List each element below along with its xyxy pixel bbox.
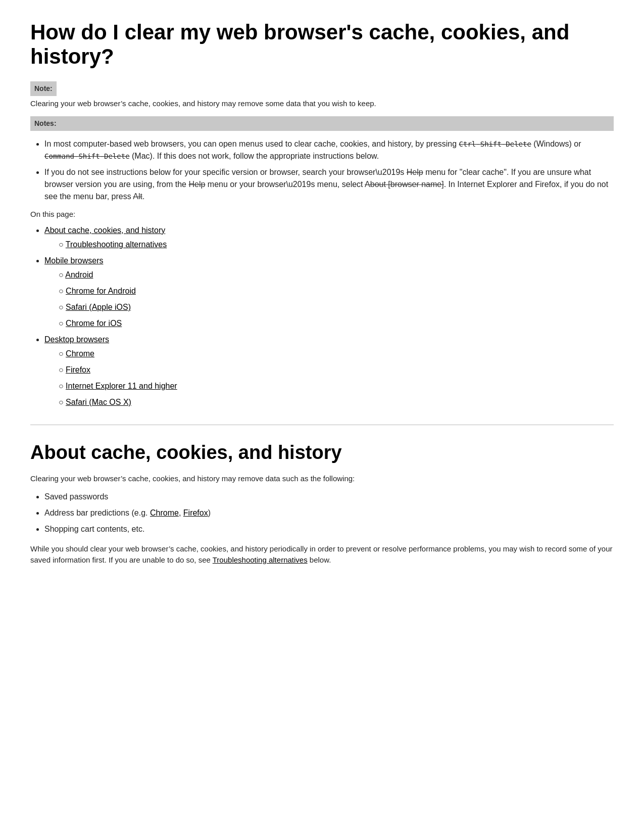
toc-subitem-2-2: Chrome for Android xyxy=(59,285,614,297)
bullet1-text-post: (Mac). If this does not work, follow the… xyxy=(130,152,379,160)
about-link[interactable]: About [browser name] xyxy=(365,180,444,189)
section2-chrome-link[interactable]: Chrome xyxy=(150,508,179,517)
toc-link-firefox[interactable]: Firefox xyxy=(66,365,90,374)
section2-intro: Clearing your web browser’s cache, cooki… xyxy=(30,473,614,485)
section2-bullet2-post: ) xyxy=(208,508,211,517)
note-section: Note: Clearing your web browser’s cache,… xyxy=(30,81,614,110)
notes-label: Notes: xyxy=(30,116,614,131)
page-container: How do I clear my web browser's cache, c… xyxy=(30,20,614,566)
section2-list: Saved passwords Address bar predictions … xyxy=(44,491,614,535)
intro-list: In most computer-based web browsers, you… xyxy=(44,138,614,203)
toc-subitem-2-1: Android xyxy=(59,269,614,281)
toc-link-about[interactable]: About cache, cookies, and history xyxy=(44,226,165,235)
section2-item-2: Address bar predictions (e.g. Chrome, Fi… xyxy=(44,507,614,519)
toc-link-mobile[interactable]: Mobile browsers xyxy=(44,256,103,265)
help-link-2[interactable]: Help xyxy=(188,180,205,189)
toc-list: About cache, cookies, and history Troubl… xyxy=(44,224,614,408)
toc-link-safari-ios[interactable]: Safari (Apple iOS) xyxy=(66,303,131,311)
bullet2-text-3: menu or your browser\u2019s menu, select xyxy=(205,180,365,189)
section2-firefox-link[interactable]: Firefox xyxy=(183,508,208,517)
toc-item-3: Desktop browsers Chrome Firefox Internet… xyxy=(44,334,614,408)
intro-list-item-2: If you do not see instructions below for… xyxy=(44,166,614,203)
section2-para-end: below. xyxy=(308,555,331,564)
toc-link-ie[interactable]: Internet Explorer 11 and higher xyxy=(66,382,177,390)
section2-para: While you should clear your web browser’… xyxy=(30,543,614,566)
toc-link-android[interactable]: Android xyxy=(65,270,93,279)
toc-sublist-3: Chrome Firefox Internet Explorer 11 and … xyxy=(59,348,614,408)
about-section: About cache, cookies, and history Cleari… xyxy=(30,441,614,566)
shortcut-win: Ctrl-Shift-Delete xyxy=(459,140,531,148)
shortcut-mac: Command-Shift-Delete xyxy=(44,152,130,160)
toc-subitem-3-1: Chrome xyxy=(59,348,614,360)
bullet1-text-pre: In most computer-based web browsers, you… xyxy=(44,140,459,148)
bullet2-text: If you do not see instructions below for… xyxy=(44,168,407,176)
toc-subitem-3-4: Safari (Mac OS X) xyxy=(59,396,614,408)
section2-title: About cache, cookies, and history xyxy=(30,441,614,465)
toc-link-desktop[interactable]: Desktop browsers xyxy=(44,335,109,344)
section2-troubleshooting-link[interactable]: Troubleshooting alternatives xyxy=(213,555,308,564)
section2-item-3: Shopping cart contents, etc. xyxy=(44,523,614,535)
toc-link-chrome-android[interactable]: Chrome for Android xyxy=(66,287,136,295)
toc-sublist-1: Troubleshooting alternatives xyxy=(59,239,614,251)
help-link-1[interactable]: Help xyxy=(407,168,423,176)
toc-item-2: Mobile browsers Android Chrome for Andro… xyxy=(44,255,614,330)
toc-sublist-2: Android Chrome for Android Safari (Apple… xyxy=(59,269,614,330)
page-title: How do I clear my web browser's cache, c… xyxy=(30,20,614,69)
section-divider xyxy=(30,425,614,425)
bullet1-text-mid: (Windows) or xyxy=(531,140,581,148)
section2-bullet1-text: Saved passwords xyxy=(44,492,108,501)
alt-link: Alt xyxy=(133,192,142,201)
section2-item-1: Saved passwords xyxy=(44,491,614,503)
toc-link-chrome[interactable]: Chrome xyxy=(66,349,94,358)
toc-link-safari-mac[interactable]: Safari (Mac OS X) xyxy=(66,398,131,406)
toc-link-troubleshooting[interactable]: Troubleshooting alternatives xyxy=(66,240,167,249)
toc-subitem-1-1: Troubleshooting alternatives xyxy=(59,239,614,251)
on-this-page-label: On this page: xyxy=(30,209,614,220)
section2-bullet2-pre: Address bar predictions (e.g. xyxy=(44,508,150,517)
toc-link-chrome-ios[interactable]: Chrome for iOS xyxy=(66,319,122,328)
note-text: Clearing your web browser’s cache, cooki… xyxy=(30,98,614,110)
toc-subitem-3-3: Internet Explorer 11 and higher xyxy=(59,380,614,392)
toc-subitem-2-4: Chrome for iOS xyxy=(59,317,614,330)
toc-subitem-2-3: Safari (Apple iOS) xyxy=(59,301,614,313)
toc-subitem-3-2: Firefox xyxy=(59,364,614,376)
intro-list-item-1: In most computer-based web browsers, you… xyxy=(44,138,614,162)
section2-bullet2-mid: , xyxy=(179,508,183,517)
notes-section: Notes: xyxy=(30,116,614,131)
toc-item-1: About cache, cookies, and history Troubl… xyxy=(44,224,614,251)
section2-bullet3-text: Shopping cart contents, etc. xyxy=(44,525,144,533)
bullet2-text-5: . xyxy=(142,192,144,201)
note-label: Note: xyxy=(30,81,57,96)
